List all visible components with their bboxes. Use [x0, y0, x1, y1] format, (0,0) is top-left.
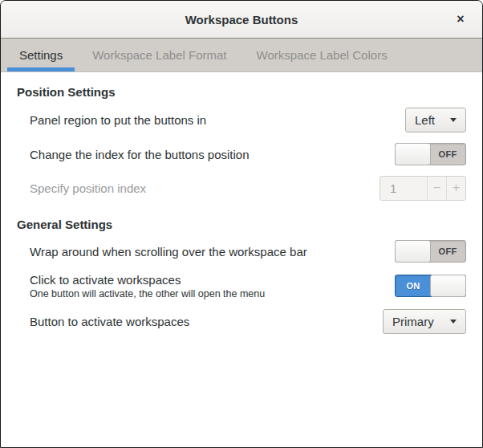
tab-settings[interactable]: Settings — [7, 39, 75, 71]
tab-workspace-label-colors-label: Workspace Label Colors — [257, 48, 388, 62]
dropdown-caret-icon — [450, 118, 457, 122]
click-activate-description: One button will activate, the other will… — [30, 288, 265, 299]
switch-knob — [395, 143, 431, 165]
switch-state-label: OFF — [430, 144, 465, 165]
switch-knob — [430, 275, 466, 297]
position-settings-header: Position Settings — [17, 85, 466, 99]
switch-state-label: OFF — [430, 241, 465, 262]
setting-row-position-index: Specify position index 1 − + — [17, 171, 466, 205]
setting-row-wrap-around: Wrap around when scrolling over the work… — [17, 234, 466, 268]
position-index-value: 1 — [380, 177, 427, 200]
dropdown-caret-icon — [450, 320, 457, 324]
spinner-decrement-button[interactable]: − — [427, 177, 446, 200]
tab-workspace-label-format-label: Workspace Label Format — [92, 48, 226, 62]
setting-row-panel-region: Panel region to put the buttons in Left — [17, 102, 466, 137]
panel-region-label: Panel region to put the buttons in — [30, 113, 206, 127]
change-index-switch[interactable]: OFF — [395, 143, 466, 165]
activate-button-label: Button to activate workspaces — [30, 315, 189, 328]
position-index-label: Specify position index — [30, 181, 146, 195]
position-index-spinner: 1 − + — [380, 176, 466, 201]
titlebar: Workspace Buttons × — [1, 1, 482, 39]
panel-region-dropdown[interactable]: Left — [405, 108, 466, 132]
setting-row-change-index: Change the index for the buttons positio… — [17, 137, 466, 171]
settings-panel: Position Settings Panel region to put th… — [1, 72, 482, 447]
general-settings-header: General Settings — [17, 218, 466, 231]
click-activate-switch[interactable]: ON — [395, 275, 466, 297]
tab-bar: Settings Workspace Label Format Workspac… — [1, 39, 482, 72]
switch-state-label: ON — [396, 275, 431, 296]
tab-workspace-label-colors[interactable]: Workspace Label Colors — [245, 39, 400, 71]
spinner-increment-button[interactable]: + — [446, 177, 465, 200]
tab-workspace-label-format[interactable]: Workspace Label Format — [80, 39, 238, 71]
panel-region-dropdown-value: Left — [415, 113, 435, 127]
wrap-around-label: Wrap around when scrolling over the work… — [30, 245, 307, 259]
workspace-buttons-dialog: Workspace Buttons × Settings Workspace L… — [0, 0, 483, 448]
window-title: Workspace Buttons — [185, 13, 298, 26]
wrap-around-switch[interactable]: OFF — [395, 240, 466, 263]
click-activate-text: Click to activate workspaces One button … — [30, 273, 265, 299]
activate-button-dropdown-value: Primary — [392, 315, 434, 328]
close-icon[interactable]: × — [450, 9, 471, 30]
setting-row-click-activate: Click to activate workspaces One button … — [17, 268, 466, 303]
activate-button-dropdown[interactable]: Primary — [383, 309, 466, 334]
tab-settings-label: Settings — [19, 48, 63, 62]
change-index-label: Change the index for the buttons positio… — [30, 148, 250, 161]
setting-row-activate-button: Button to activate workspaces Primary — [17, 303, 466, 339]
switch-knob — [395, 240, 431, 263]
click-activate-label: Click to activate workspaces — [30, 273, 265, 287]
